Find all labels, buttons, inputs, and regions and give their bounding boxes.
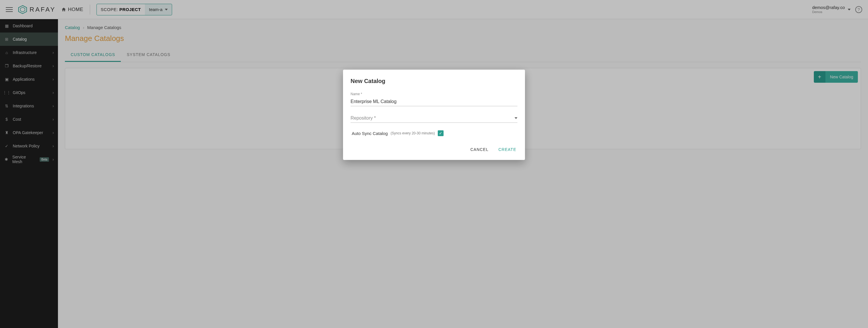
repository-select[interactable]: Repository * — [350, 114, 518, 123]
modal-actions: CANCEL CREATE — [350, 145, 518, 154]
autosync-label: Auto Sync Catalog — [352, 131, 388, 136]
autosync-row: Auto Sync Catalog (Syncs every 20-30 min… — [350, 130, 518, 136]
name-input[interactable] — [350, 97, 518, 106]
create-button[interactable]: CREATE — [497, 145, 518, 154]
name-field: Name * — [350, 92, 518, 106]
chevron-down-icon — [515, 117, 518, 119]
repository-label: Repository * — [350, 115, 376, 121]
autosync-checkbox[interactable]: ✓ — [438, 130, 443, 136]
cancel-button[interactable]: CANCEL — [469, 145, 490, 154]
name-label: Name * — [350, 92, 518, 96]
modal-overlay[interactable]: New Catalog Name * Repository * Auto Syn… — [0, 0, 868, 328]
new-catalog-modal: New Catalog Name * Repository * Auto Syn… — [343, 70, 525, 160]
modal-title: New Catalog — [350, 78, 518, 84]
autosync-note: (Syncs every 20-30 minutes) — [391, 131, 435, 135]
repository-field: Repository * — [350, 114, 518, 123]
